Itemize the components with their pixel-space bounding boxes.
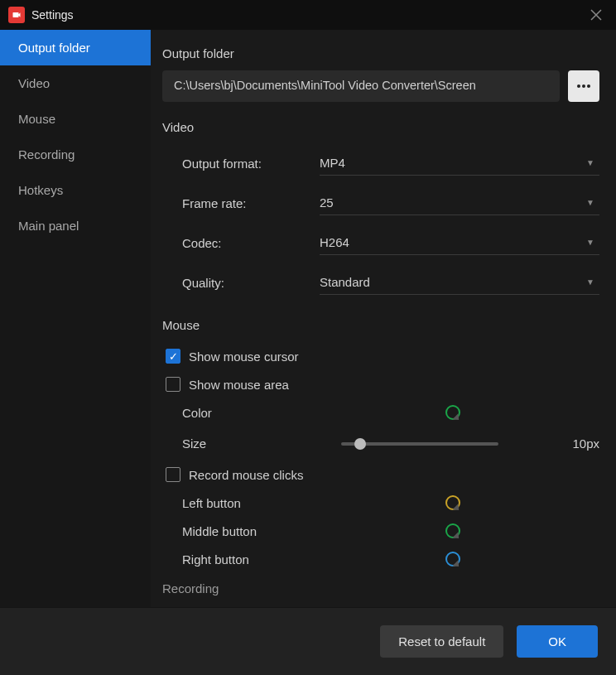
show-area-checkbox[interactable] xyxy=(166,377,180,392)
right-button-color-picker[interactable] xyxy=(445,552,460,567)
show-area-label: Show mouse area xyxy=(189,378,289,392)
chevron-down-icon: ▼ xyxy=(586,277,594,287)
size-label: Size xyxy=(182,436,331,451)
chevron-down-icon: ▼ xyxy=(586,198,594,207)
frame-rate-value: 25 xyxy=(320,195,334,210)
sidebar-item-video[interactable]: Video xyxy=(0,65,151,101)
frame-rate-select[interactable]: 25 ▼ xyxy=(320,190,599,215)
titlebar: Settings xyxy=(0,0,616,30)
app-icon xyxy=(8,7,25,23)
left-button-color-picker[interactable] xyxy=(445,495,460,510)
output-format-label: Output format: xyxy=(182,157,320,171)
output-folder-path[interactable]: C:\Users\bj\Documents\MiniTool Video Con… xyxy=(162,70,560,102)
show-cursor-label: Show mouse cursor xyxy=(189,350,299,364)
main-panel: Output folder C:\Users\bj\Documents\Mini… xyxy=(151,30,616,607)
output-format-value: MP4 xyxy=(320,156,345,170)
browse-button[interactable] xyxy=(568,70,599,102)
sidebar-item-hotkeys[interactable]: Hotkeys xyxy=(0,172,151,208)
quality-select[interactable]: Standard ▼ xyxy=(320,270,599,295)
output-format-select[interactable]: MP4 ▼ xyxy=(320,151,599,176)
section-video-title: Video xyxy=(162,120,599,134)
section-mouse-title: Mouse xyxy=(162,318,599,332)
close-button[interactable] xyxy=(585,3,608,27)
codec-select[interactable]: H264 ▼ xyxy=(320,230,599,255)
middle-button-label: Middle button xyxy=(182,524,445,538)
section-recording-title: Recording xyxy=(162,581,599,595)
chevron-down-icon: ▼ xyxy=(586,158,594,167)
ellipsis-icon xyxy=(577,84,590,88)
left-button-label: Left button xyxy=(182,496,445,510)
size-value: 10px xyxy=(572,436,599,451)
footer: Reset to default OK xyxy=(0,607,616,675)
ok-button[interactable]: OK xyxy=(517,625,598,658)
quality-value: Standard xyxy=(320,275,370,289)
codec-value: H264 xyxy=(320,235,349,249)
record-clicks-checkbox[interactable] xyxy=(166,467,180,482)
area-color-label: Color xyxy=(182,406,445,420)
area-color-picker[interactable] xyxy=(445,405,460,420)
middle-button-color-picker[interactable] xyxy=(445,523,460,538)
sidebar-item-output-folder[interactable]: Output folder xyxy=(0,30,151,65)
sidebar-item-mouse[interactable]: Mouse xyxy=(0,101,151,137)
right-button-label: Right button xyxy=(182,552,445,567)
codec-label: Codec: xyxy=(182,236,320,250)
camera-icon xyxy=(12,10,22,20)
section-output-folder-title: Output folder xyxy=(162,46,599,60)
slider-thumb[interactable] xyxy=(354,438,366,450)
reset-button[interactable]: Reset to default xyxy=(380,625,503,658)
sidebar-item-recording[interactable]: Recording xyxy=(0,137,151,172)
size-slider[interactable] xyxy=(341,442,498,446)
close-icon xyxy=(590,9,602,21)
sidebar: Output folder Video Mouse Recording Hotk… xyxy=(0,30,151,607)
record-clicks-label: Record mouse clicks xyxy=(189,468,303,482)
frame-rate-label: Frame rate: xyxy=(182,196,320,210)
sidebar-item-main-panel[interactable]: Main panel xyxy=(0,208,151,243)
window-title: Settings xyxy=(31,8,578,22)
quality-label: Quality: xyxy=(182,276,320,290)
chevron-down-icon: ▼ xyxy=(586,238,594,247)
show-cursor-checkbox[interactable] xyxy=(166,349,180,364)
